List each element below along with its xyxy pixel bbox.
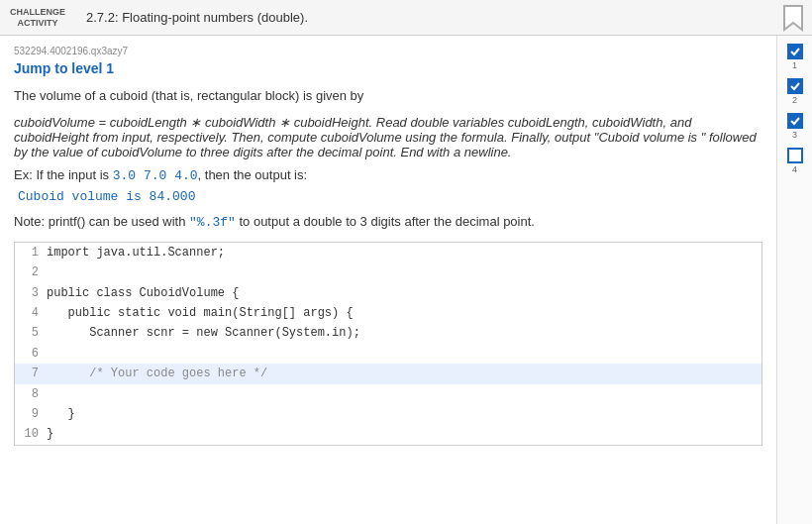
example-input: 3.0 7.0 4.0 <box>113 168 198 183</box>
level-checkbox[interactable] <box>787 113 803 129</box>
line-number: 3 <box>15 283 47 303</box>
code-line: 9 } <box>15 404 761 424</box>
formula-text: cuboidVolume = cuboidLength ∗ cuboidWidt… <box>14 115 369 130</box>
level-number: 4 <box>792 164 797 174</box>
line-number: 7 <box>15 364 47 383</box>
line-number: 10 <box>15 424 47 444</box>
level-number: 2 <box>792 95 797 105</box>
submission-id: 532294.4002196.qx3azy7 <box>14 46 762 56</box>
line-content: public class CuboidVolume { <box>47 283 239 303</box>
line-number: 2 <box>15 262 47 282</box>
line-number: 5 <box>15 323 47 343</box>
line-number: 6 <box>15 344 47 364</box>
line-content: /* Your code goes here */ <box>47 364 267 383</box>
level-number: 1 <box>792 60 797 70</box>
code-line: 8 <box>15 384 761 404</box>
code-line: 5 Scanner scnr = new Scanner(System.in); <box>15 323 761 343</box>
level-item[interactable]: 4 <box>787 148 803 174</box>
line-number: 4 <box>15 303 47 323</box>
line-content: Scanner scnr = new Scanner(System.in); <box>47 323 360 343</box>
format-specifier: "%.3f" <box>189 215 236 230</box>
level-checkbox[interactable] <box>787 78 803 94</box>
example-intro: Ex: If the input is 3.0 7.0 4.0, then th… <box>14 167 762 183</box>
line-content: public static void main(String[] args) { <box>47 303 354 323</box>
level-item[interactable]: 3 <box>787 113 803 140</box>
level-item[interactable]: 1 <box>787 44 803 70</box>
level-item[interactable]: 2 <box>787 78 803 105</box>
code-line: 2 <box>15 262 761 282</box>
code-line: 3public class CuboidVolume { <box>15 283 761 303</box>
level-checkbox[interactable] <box>787 44 803 59</box>
code-line: 7 /* Your code goes here */ <box>15 364 761 383</box>
bookmark-icon[interactable] <box>782 4 804 32</box>
jump-to-level[interactable]: Jump to level 1 <box>14 60 762 76</box>
level-checkbox[interactable] <box>787 148 803 163</box>
line-content: import java.util.Scanner; <box>47 243 225 262</box>
example-output: Cuboid volume is 84.000 <box>14 189 762 204</box>
code-line: 1import java.util.Scanner; <box>15 243 761 262</box>
header-title: 2.7.2: Floating-point numbers (double). <box>86 10 308 25</box>
description-line1: The volume of a cuboid (that is, rectang… <box>14 86 762 107</box>
formula: cuboidVolume = cuboidLength ∗ cuboidWidt… <box>14 115 762 159</box>
comment: /* Your code goes here */ <box>47 367 267 380</box>
code-editor[interactable]: 1import java.util.Scanner;23public class… <box>14 242 762 446</box>
line-number: 8 <box>15 384 47 404</box>
line-number: 9 <box>15 404 47 424</box>
note-text: Note: printf() can be used with "%.3f" t… <box>14 214 762 230</box>
code-line: 4 public static void main(String[] args)… <box>15 303 761 323</box>
side-panel: 1234 <box>776 36 812 524</box>
svg-marker-0 <box>784 6 802 30</box>
content-area: 532294.4002196.qx3azy7 Jump to level 1 T… <box>0 36 776 524</box>
line-content: } <box>47 404 75 424</box>
challenge-label: CHALLENGE ACTIVITY <box>10 7 65 29</box>
level-number: 3 <box>792 130 797 140</box>
code-line: 6 <box>15 344 761 364</box>
code-line: 10} <box>15 424 761 444</box>
line-content: } <box>47 424 53 444</box>
line-number: 1 <box>15 243 47 262</box>
